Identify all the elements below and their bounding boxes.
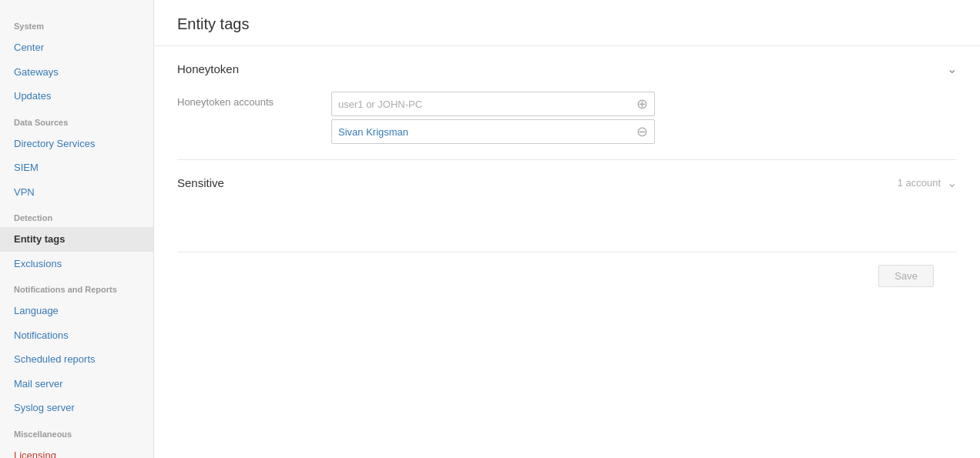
add-account-icon[interactable]: ⊕ bbox=[636, 97, 648, 111]
sidebar-item-notifications[interactable]: Notifications bbox=[0, 323, 153, 348]
sidebar-item-mail-server[interactable]: Mail server bbox=[0, 372, 153, 396]
sensitive-account-count: 1 account bbox=[898, 177, 941, 189]
sidebar-section-miscellaneous: Miscellaneous Licensing bbox=[0, 420, 153, 459]
sidebar-section-label-notifications-reports: Notifications and Reports bbox=[0, 276, 153, 299]
honeytoken-accounts-label: Honeytoken accounts bbox=[177, 92, 331, 108]
sidebar-item-gateways[interactable]: Gateways bbox=[0, 60, 153, 85]
main-content: Entity tags Honeytoken ⌄ Honeytoken acco… bbox=[154, 0, 980, 458]
sidebar-item-language[interactable]: Language bbox=[0, 299, 153, 323]
page-title: Entity tags bbox=[177, 15, 957, 33]
sidebar-section-detection: Detection Entity tags Exclusions bbox=[0, 204, 153, 276]
sidebar-section-notifications-reports: Notifications and Reports Language Notif… bbox=[0, 276, 153, 420]
sidebar-item-directory-services[interactable]: Directory Services bbox=[0, 132, 153, 156]
sensitive-section-title: Sensitive bbox=[177, 176, 224, 189]
save-button[interactable]: Save bbox=[878, 265, 934, 287]
page-header: Entity tags bbox=[154, 0, 980, 46]
section-container: Honeytoken ⌄ Honeytoken accounts ⊕ Sivan… bbox=[154, 46, 980, 299]
sidebar-item-center[interactable]: Center bbox=[0, 35, 153, 60]
sidebar-item-entity-tags[interactable]: Entity tags bbox=[0, 227, 153, 252]
sidebar-item-vpn[interactable]: VPN bbox=[0, 180, 153, 205]
sidebar: System Center Gateways Updates Data Sour… bbox=[0, 0, 154, 458]
sensitive-expand-icon[interactable]: ⌄ bbox=[947, 176, 957, 190]
sidebar-item-updates[interactable]: Updates bbox=[0, 84, 153, 109]
honeytoken-collapse-icon[interactable]: ⌄ bbox=[947, 62, 957, 76]
footer-bar: Save bbox=[177, 252, 957, 299]
sidebar-section-label-data-sources: Data Sources bbox=[0, 109, 153, 132]
honeytoken-account-input[interactable] bbox=[338, 99, 636, 110]
sidebar-section-system: System Center Gateways Updates bbox=[0, 12, 153, 109]
honeytoken-section: Honeytoken ⌄ Honeytoken accounts ⊕ Sivan… bbox=[177, 46, 957, 160]
honeytoken-section-header[interactable]: Honeytoken ⌄ bbox=[177, 62, 957, 76]
sidebar-item-exclusions[interactable]: Exclusions bbox=[0, 252, 153, 276]
sidebar-section-label-system: System bbox=[0, 12, 153, 35]
sidebar-section-data-sources: Data Sources Directory Services SIEM VPN bbox=[0, 109, 153, 205]
sensitive-section: Sensitive 1 account ⌄ bbox=[177, 160, 957, 206]
honeytoken-account-name: Sivan Krigsman bbox=[338, 126, 636, 138]
honeytoken-accounts-list: ⊕ Sivan Krigsman ⊖ bbox=[331, 92, 655, 144]
sidebar-item-scheduled-reports[interactable]: Scheduled reports bbox=[0, 347, 153, 372]
sidebar-item-siem[interactable]: SIEM bbox=[0, 155, 153, 180]
honeytoken-account-input-row[interactable]: ⊕ bbox=[331, 92, 655, 116]
sidebar-section-label-detection: Detection bbox=[0, 204, 153, 227]
honeytoken-section-body: Honeytoken accounts ⊕ Sivan Krigsman ⊖ bbox=[177, 76, 957, 144]
honeytoken-section-title: Honeytoken bbox=[177, 62, 239, 75]
sensitive-section-right: 1 account ⌄ bbox=[898, 176, 957, 190]
sensitive-section-header[interactable]: Sensitive 1 account ⌄ bbox=[177, 176, 957, 190]
sidebar-section-label-miscellaneous: Miscellaneous bbox=[0, 420, 153, 443]
sidebar-item-syslog-server[interactable]: Syslog server bbox=[0, 396, 153, 420]
remove-account-icon[interactable]: ⊖ bbox=[636, 125, 648, 139]
sidebar-item-licensing[interactable]: Licensing bbox=[0, 443, 153, 459]
honeytoken-account-row: Sivan Krigsman ⊖ bbox=[331, 119, 655, 144]
